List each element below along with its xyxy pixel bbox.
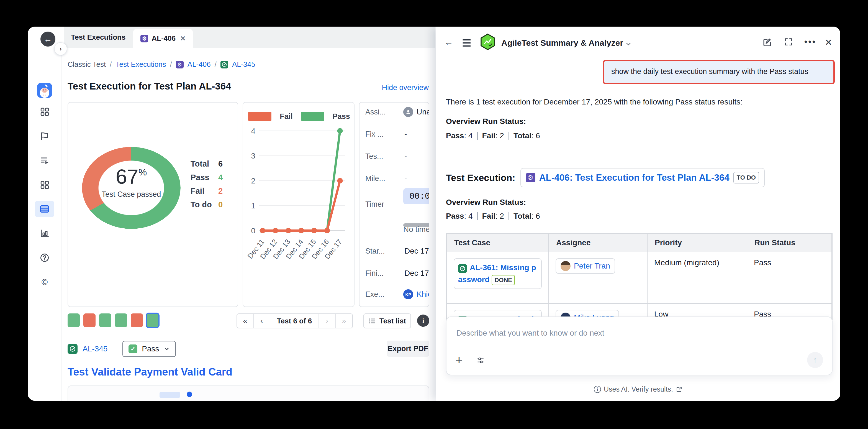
assistant-panel: ← AgileTest Summary & Analyzer [436, 27, 840, 401]
test-list-button[interactable]: Test list [363, 313, 411, 328]
test-status-square-pass[interactable] [99, 313, 111, 327]
donut-center-text: 67% Test Case passed [82, 165, 181, 199]
export-pdf-button[interactable]: Export PDF [386, 341, 429, 357]
donut-legend: Total 6 Pass 4 Fail 2 To do 0 [191, 159, 223, 209]
chat-input-card[interactable]: Describe what you want to know or do nex… [446, 316, 833, 375]
test-execution-label: Test Execution: [446, 172, 516, 183]
fail-label: Fail [482, 131, 495, 140]
chevron-down-icon[interactable] [625, 40, 632, 48]
legend-label: Pass [191, 173, 218, 182]
back-button[interactable]: ← [40, 32, 55, 47]
external-link-icon[interactable] [676, 386, 682, 393]
fullscreen-icon[interactable] [784, 37, 793, 48]
svg-text:2: 2 [251, 176, 255, 185]
kp-avatar: KP [403, 289, 413, 299]
sidebar: © [28, 48, 61, 401]
executed-by-label: Exe... [365, 290, 384, 299]
close-panel-icon[interactable]: ✕ [825, 37, 832, 48]
test-case-heading[interactable]: Test Validate Payment Valid Card [68, 366, 232, 378]
next-test-button[interactable]: › [319, 314, 336, 328]
test-execution-link[interactable]: AL-406: Test Execution for Test Plan AL-… [539, 172, 730, 183]
tab-test-executions[interactable]: Test Executions [64, 27, 133, 48]
sidebar-item-test-runs[interactable] [28, 155, 61, 166]
test-case-detail-card-partial [68, 385, 429, 401]
table-row: AL-361: Missing password DONE Peter Tran… [447, 252, 832, 304]
timer-field[interactable]: 00:00:00 [403, 188, 429, 204]
send-button[interactable]: ↑ [807, 352, 823, 368]
add-attachment-icon[interactable]: + [455, 353, 463, 366]
sidebar-expand-button[interactable]: › [54, 42, 67, 55]
assignee-pill[interactable]: Peter Tran [556, 258, 615, 274]
breadcrumb-slash: / [170, 60, 172, 69]
start-date-value[interactable]: Dec 17, ... [404, 247, 429, 256]
sidebar-item-dashboard[interactable] [28, 107, 61, 117]
assignee-link[interactable]: Peter Tran [574, 262, 610, 270]
test-status-square-fail[interactable] [131, 313, 143, 327]
info-icon[interactable]: i [417, 315, 429, 327]
menu-icon[interactable] [463, 39, 471, 47]
test-status-square-pass[interactable] [147, 313, 159, 327]
sidebar-item-about[interactable]: © [28, 278, 61, 287]
pagination-label: Test 6 of 6 [270, 314, 319, 328]
fix-version-value[interactable]: - [404, 130, 407, 139]
breadcrumb-root[interactable]: Classic Test [68, 60, 106, 69]
first-test-button[interactable]: « [237, 314, 254, 328]
test-status-square-pass[interactable] [68, 313, 80, 327]
column-assignee: Assignee [549, 234, 647, 252]
table-rows-icon [39, 204, 50, 214]
pass-check-icon: ✓ [128, 344, 137, 353]
test-plan-value[interactable]: - [404, 152, 407, 161]
sidebar-item-test-library[interactable] [28, 180, 61, 190]
assistant-reply-intro: There is 1 test execution for December 1… [446, 97, 743, 107]
priority-cell: Medium (migrated) [647, 252, 747, 304]
settings-sliders-icon[interactable] [476, 356, 485, 366]
test-case-link-pill[interactable]: AL-361: Missing password DONE [454, 258, 542, 289]
overview-stats: Pass: 4 Fail: 2 Total: 6 [446, 131, 540, 140]
breadcrumb-test-executions[interactable]: Test Executions [116, 60, 166, 69]
total-count: 6 [536, 212, 540, 221]
back-icon[interactable]: ← [444, 37, 453, 48]
test-case-key-link[interactable]: AL-345 [83, 344, 107, 353]
last-test-button[interactable]: » [336, 314, 352, 328]
user-avatar[interactable] [37, 83, 52, 98]
run-status-dropdown[interactable]: ✓ Pass [122, 341, 176, 357]
test-status-squares [68, 313, 159, 327]
test-results-table: Test Case Assignee Priority Run Status A… [446, 233, 833, 320]
test-status-square-pass[interactable] [115, 313, 127, 327]
executed-by-value[interactable]: Khiem L [416, 290, 429, 299]
milestone-value[interactable]: - [404, 174, 407, 183]
svg-text:4: 4 [251, 127, 255, 135]
new-chat-icon[interactable] [762, 37, 772, 48]
overview-run-status-label: Overview Run Status: [446, 117, 526, 126]
sidebar-item-reports[interactable] [28, 228, 61, 238]
divider [508, 212, 509, 220]
breadcrumb-al-345[interactable]: AL-345 [232, 60, 255, 69]
copyright-icon: © [41, 278, 48, 287]
test-status-square-fail[interactable] [83, 313, 96, 327]
list-icon [368, 317, 376, 325]
legend-value: 0 [218, 200, 223, 209]
tab-al-406[interactable]: ⚙ AL-406 ✕ [133, 29, 193, 48]
legend-row-pass: Pass 4 [191, 173, 223, 182]
sidebar-item-test-executions-active[interactable] [35, 201, 54, 217]
more-options-icon[interactable]: ••• [804, 37, 816, 47]
svg-text:3: 3 [251, 151, 255, 160]
legend-row-todo: To do 0 [191, 200, 223, 209]
sidebar-item-flags[interactable] [28, 131, 61, 141]
percent-sign: % [138, 167, 147, 177]
test-case-icon [68, 344, 78, 354]
milestone-label: Mile... [365, 174, 385, 183]
sidebar-item-help[interactable] [28, 253, 61, 263]
breadcrumb-al-406[interactable]: AL-406 [187, 60, 211, 69]
flag-icon [40, 131, 50, 141]
assignee-value[interactable]: Unass... [416, 108, 429, 116]
test-list-label: Test list [379, 317, 406, 325]
hide-overview-link[interactable]: Hide overview [382, 83, 429, 92]
peter-tran-avatar [561, 261, 570, 271]
circle-check-glyph [69, 345, 76, 352]
finish-date-value[interactable]: Dec 17, ... [404, 269, 429, 278]
previous-test-button[interactable]: ‹ [254, 314, 270, 328]
close-tab-icon[interactable]: ✕ [180, 35, 186, 42]
legend-label: To do [191, 200, 218, 209]
chat-input-placeholder[interactable]: Describe what you want to know or do nex… [457, 329, 604, 338]
